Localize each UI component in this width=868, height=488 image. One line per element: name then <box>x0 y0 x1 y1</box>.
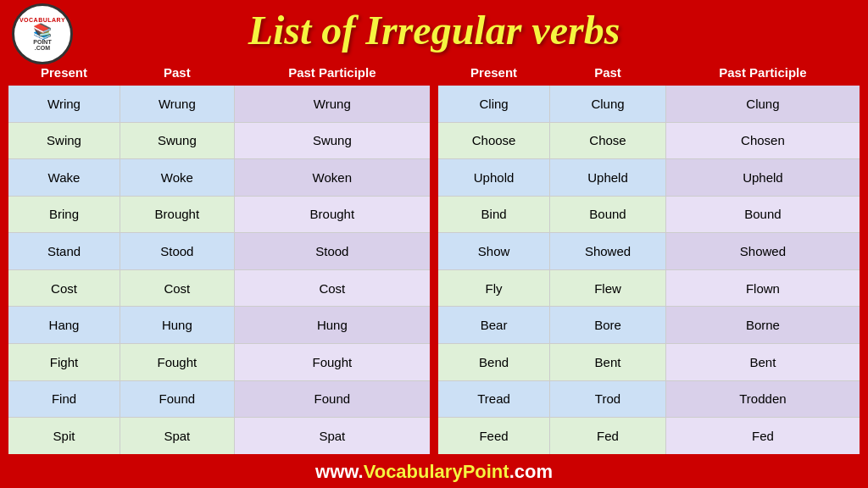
left-cell-8-1: Found <box>120 380 235 418</box>
table-row: UpholdUpheldUpheld <box>437 159 860 197</box>
logo-icon: 📚 <box>33 24 52 39</box>
left-cell-1-1: Swung <box>120 122 235 159</box>
right-cell-5-0: Fly <box>437 269 550 307</box>
logo: VOCABULARY 📚 POINT.COM <box>12 3 73 64</box>
table-row: ClingClungClung <box>437 86 860 123</box>
left-header-pp: Past Participle <box>234 59 431 86</box>
left-cell-3-1: Brought <box>120 196 235 233</box>
left-cell-1-0: Swing <box>8 122 120 159</box>
footer-text: www.VocabularyPoint.com <box>0 461 868 483</box>
right-cell-9-2: Fed <box>665 418 860 455</box>
left-cell-0-1: Wrung <box>120 86 235 123</box>
footer: www.VocabularyPoint.com <box>0 456 868 488</box>
left-header-present: Present <box>8 59 120 86</box>
footer-highlight: VocabularyPoint <box>364 461 509 482</box>
left-cell-9-1: Spat <box>120 418 235 455</box>
right-cell-3-1: Bound <box>550 196 666 233</box>
table-row: FightFoughtFought <box>8 343 431 380</box>
right-cell-9-0: Feed <box>437 418 550 455</box>
right-cell-3-2: Bound <box>665 196 860 233</box>
right-header-pp: Past Participle <box>665 59 860 86</box>
left-cell-4-0: Stand <box>8 233 120 270</box>
left-cell-6-0: Hang <box>8 307 120 344</box>
table-row: BendBentBent <box>437 343 860 380</box>
table-row: BearBoreBorne <box>437 307 860 344</box>
right-cell-6-0: Bear <box>437 307 550 344</box>
header: VOCABULARY 📚 POINT.COM List of Irregular… <box>0 0 868 58</box>
left-cell-8-2: Found <box>234 380 431 418</box>
left-cell-0-2: Wrung <box>234 86 431 123</box>
page-container: VOCABULARY 📚 POINT.COM List of Irregular… <box>0 0 868 488</box>
right-cell-0-2: Clung <box>665 86 860 123</box>
left-cell-2-1: Woke <box>120 159 235 197</box>
left-cell-1-2: Swung <box>234 122 431 159</box>
left-cell-6-1: Hung <box>120 307 235 344</box>
content-area: Present Past Past Participle WringWrungW… <box>0 58 868 456</box>
right-cell-6-1: Bore <box>550 307 666 344</box>
logo-inner: VOCABULARY 📚 POINT.COM <box>19 17 65 51</box>
table-row: ChooseChoseChosen <box>437 122 860 159</box>
left-header-past: Past <box>120 59 235 86</box>
right-cell-5-2: Flown <box>665 269 860 307</box>
left-cell-3-0: Bring <box>8 196 120 233</box>
left-cell-0-0: Wring <box>8 86 120 123</box>
left-cell-8-0: Find <box>8 380 120 418</box>
left-verb-table: Present Past Past Participle WringWrungW… <box>7 58 431 456</box>
left-cell-7-0: Fight <box>8 343 120 380</box>
tables-row: Present Past Past Participle WringWrungW… <box>7 58 861 456</box>
right-cell-7-2: Bent <box>665 343 860 380</box>
table-row: CostCostCost <box>8 269 431 307</box>
right-cell-1-1: Chose <box>550 122 666 159</box>
table-row: TreadTrodTrodden <box>437 380 860 418</box>
right-cell-4-1: Showed <box>550 233 666 270</box>
right-cell-0-1: Clung <box>550 86 666 123</box>
right-cell-6-2: Borne <box>665 307 860 344</box>
right-header-past: Past <box>550 59 666 86</box>
right-cell-4-0: Show <box>437 233 550 270</box>
right-cell-1-2: Chosen <box>665 122 860 159</box>
table-row: BringBroughtBrought <box>8 196 431 233</box>
right-cell-8-1: Trod <box>550 380 666 418</box>
table-row: ShowShowedShowed <box>437 233 860 270</box>
right-verb-table: Present Past Past Participle ClingClungC… <box>437 58 861 456</box>
table-row: WringWrungWrung <box>8 86 431 123</box>
left-cell-5-1: Cost <box>120 269 235 307</box>
left-cell-5-2: Cost <box>234 269 431 307</box>
left-cell-4-2: Stood <box>234 233 431 270</box>
left-cell-5-0: Cost <box>8 269 120 307</box>
right-header-present: Present <box>437 59 550 86</box>
right-cell-7-1: Bent <box>550 343 666 380</box>
table-row: BindBoundBound <box>437 196 860 233</box>
page-title: List of Irregular verbs <box>248 7 620 53</box>
left-cell-9-0: Spit <box>8 418 120 455</box>
right-cell-8-0: Tread <box>437 380 550 418</box>
table-row: WakeWokeWoken <box>8 159 431 197</box>
table-row: HangHungHung <box>8 307 431 344</box>
table-row: FlyFlewFlown <box>437 269 860 307</box>
table-row: SwingSwungSwung <box>8 122 431 159</box>
left-cell-6-2: Hung <box>234 307 431 344</box>
left-cell-3-2: Brought <box>234 196 431 233</box>
table-row: FeedFedFed <box>437 418 860 455</box>
right-cell-8-2: Trodden <box>665 380 860 418</box>
table-row: SpitSpatSpat <box>8 418 431 455</box>
right-cell-2-0: Uphold <box>437 159 550 197</box>
left-cell-4-1: Stood <box>120 233 235 270</box>
right-cell-7-0: Bend <box>437 343 550 380</box>
left-cell-2-2: Woken <box>234 159 431 197</box>
logo-bottom-text: POINT.COM <box>33 39 51 51</box>
right-cell-9-1: Fed <box>550 418 666 455</box>
right-cell-4-2: Showed <box>665 233 860 270</box>
right-cell-2-1: Upheld <box>550 159 666 197</box>
right-cell-2-2: Upheld <box>665 159 860 197</box>
table-row: StandStoodStood <box>8 233 431 270</box>
table-row: FindFoundFound <box>8 380 431 418</box>
right-cell-3-0: Bind <box>437 196 550 233</box>
left-cell-2-0: Wake <box>8 159 120 197</box>
left-cell-7-1: Fought <box>120 343 235 380</box>
right-cell-1-0: Choose <box>437 122 550 159</box>
left-cell-9-2: Spat <box>234 418 431 455</box>
right-cell-5-1: Flew <box>550 269 666 307</box>
left-cell-7-2: Fought <box>234 343 431 380</box>
right-cell-0-0: Cling <box>437 86 550 123</box>
